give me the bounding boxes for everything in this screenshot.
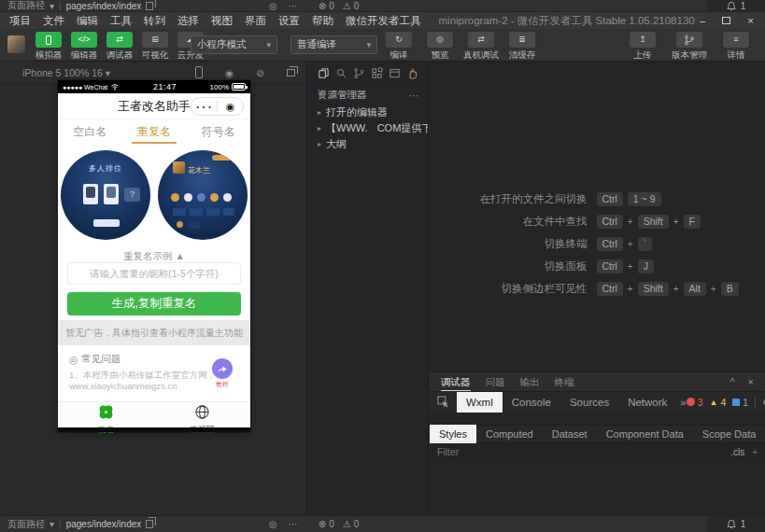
warning-count[interactable]: ⚠0	[343, 1, 360, 11]
tab-symbol-name[interactable]: 符号名	[186, 119, 250, 144]
compile-dropdown[interactable]: 普通编译 ▾	[290, 35, 377, 54]
tab-styles[interactable]: Styles	[430, 425, 476, 443]
clover-icon	[98, 404, 114, 420]
tabbar-rename[interactable]: 改名	[58, 402, 154, 427]
inspect-element-icon[interactable]	[437, 396, 449, 408]
rotate-device-icon[interactable]	[195, 66, 203, 78]
extensions-icon[interactable]	[371, 67, 383, 79]
details-button[interactable]: ≡ 详情	[718, 32, 754, 62]
notification-bell[interactable]: 1	[707, 0, 765, 11]
explorer-item-project[interactable]: ▸ 【WWW.COM提供下...	[308, 120, 428, 136]
warning-count[interactable]: ⚠0	[343, 519, 360, 529]
copy-path-icon[interactable]	[146, 2, 153, 10]
maximize-button[interactable]	[722, 17, 730, 24]
files-icon[interactable]	[318, 67, 330, 79]
share-arrow-icon	[217, 364, 228, 374]
ellipsis-icon[interactable]: ⋯	[289, 519, 298, 529]
detach-window-icon[interactable]	[287, 69, 295, 77]
menu-goto[interactable]: 转到	[144, 14, 165, 28]
page-path-label[interactable]: 页面路径	[7, 0, 45, 12]
record-icon[interactable]: ◉	[225, 67, 234, 78]
nickname-input[interactable]	[67, 262, 241, 285]
mute-icon[interactable]: ⊘	[256, 67, 264, 78]
error-count[interactable]: ⊗0	[319, 1, 334, 11]
upload-button[interactable]: ↥ 上传	[625, 32, 660, 62]
git-branch-icon[interactable]	[353, 67, 365, 79]
close-button[interactable]: ×	[747, 15, 754, 26]
page-path-label[interactable]: 页面路径	[7, 518, 45, 531]
add-style-icon[interactable]: +	[752, 447, 758, 457]
compile-button[interactable]: ↻ 编译	[381, 32, 417, 62]
console-info-badge[interactable]: 1	[732, 397, 748, 408]
menu-interface[interactable]: 界面	[245, 14, 266, 28]
share-fab[interactable]: 教程	[202, 358, 243, 389]
devtools-tab-sources[interactable]: Sources	[560, 392, 618, 413]
page-path-value[interactable]: pages/index/index	[66, 519, 142, 529]
devtools-tab-console[interactable]: Console	[503, 392, 560, 413]
globe-icon	[194, 404, 210, 420]
ellipsis-icon[interactable]: ⋯	[289, 1, 298, 11]
tab-computed[interactable]: Computed	[476, 425, 543, 443]
more-actions-icon[interactable]: ⋯	[409, 90, 419, 101]
panel-expand-icon[interactable]: ^	[730, 376, 734, 387]
cls-toggle[interactable]: .cls	[730, 447, 744, 457]
tab-blank-name[interactable]: 空白名	[58, 119, 122, 144]
hand-icon[interactable]	[406, 67, 418, 79]
tab-dataset[interactable]: Dataset	[543, 425, 597, 443]
tool-visualize[interactable]: ⊞ 可视化	[137, 32, 173, 62]
tool-debugger[interactable]: ⇄ 调试器	[102, 32, 137, 62]
menu-edit[interactable]: 编辑	[77, 14, 98, 28]
console-warning-badge[interactable]: ▲4	[710, 397, 727, 408]
menu-project[interactable]: 项目	[9, 14, 31, 28]
menu-select[interactable]: 选择	[177, 14, 199, 28]
tab-scope-data[interactable]: Scope Data	[693, 425, 765, 443]
copy-path-icon[interactable]	[146, 520, 153, 528]
more-button[interactable]: • • •	[191, 104, 217, 110]
eye-icon[interactable]: ◎	[269, 1, 277, 11]
menu-help[interactable]: 帮助	[312, 14, 333, 28]
generate-copy-button[interactable]: 生成,复制重复名	[67, 292, 241, 315]
remote-debug-button[interactable]: ⇄ 真机调试	[463, 32, 499, 62]
tool-simulator[interactable]: 模拟器	[31, 32, 66, 62]
explorer-item-outline[interactable]: ▸ 大纲	[308, 136, 428, 152]
search-icon[interactable]	[335, 67, 347, 79]
tabbar-change-zone[interactable]: 改战区	[154, 402, 250, 427]
menu-view[interactable]: 视图	[211, 14, 233, 28]
console-error-badge[interactable]: 3	[687, 397, 703, 408]
devtools-toolbar: Wxml Console Sources Network » 3 ▲4 1 ⚙ …	[430, 391, 765, 412]
device-selector[interactable]: iPhone 5 100% 16 ▾	[22, 67, 110, 78]
notification-bell[interactable]: 1	[707, 516, 765, 532]
eye-icon[interactable]: ◎	[269, 519, 277, 529]
style-filter-input[interactable]	[437, 446, 643, 457]
tab-debugger[interactable]: 调试器	[441, 372, 471, 391]
panel-close-icon[interactable]: ×	[748, 376, 754, 387]
exit-miniprogram-button[interactable]: ◉	[218, 101, 243, 113]
tab-output[interactable]: 输出	[520, 372, 540, 391]
tool-editor[interactable]: </> 编辑器	[66, 32, 102, 62]
menu-file[interactable]: 文件	[43, 14, 64, 28]
explorer-item-open-editors[interactable]: ▸ 打开的编辑器	[308, 105, 428, 120]
tab-problems[interactable]: 问题	[486, 372, 505, 391]
tab-terminal[interactable]: 终端	[555, 372, 574, 391]
key-chip: Ctrl	[597, 215, 623, 229]
menu-wechat-devtools[interactable]: 微信开发者工具	[346, 14, 421, 28]
menu-tools[interactable]: 工具	[110, 14, 132, 28]
faq-card: ◎ 常见问题 1、本程序由小易传媒工作室官方网， www.xiaoyichuan…	[58, 345, 250, 401]
user-avatar[interactable]	[7, 35, 25, 53]
tree-arrow-icon: ▸	[318, 108, 321, 117]
sample-caption[interactable]: 重复名示例 ▲	[58, 250, 250, 263]
tab-duplicate-name[interactable]: 重复名	[122, 119, 187, 144]
preview-button[interactable]: ◎ 预览	[422, 32, 458, 62]
menu-settings[interactable]: 设置	[278, 14, 300, 28]
devtools-tab-network[interactable]: Network	[618, 392, 676, 413]
error-count[interactable]: ⊗0	[319, 519, 334, 529]
preview-panel-icon[interactable]	[389, 67, 401, 79]
swap-icon: ⇄	[106, 32, 133, 48]
mode-dropdown[interactable]: 小程序模式 ▾	[191, 35, 277, 54]
version-control-button[interactable]: 版本管理	[668, 32, 711, 62]
clear-cache-button[interactable]: ≣ 清缓存	[504, 32, 540, 62]
devtools-tab-wxml[interactable]: Wxml	[457, 392, 503, 413]
minimize-button[interactable]: –	[700, 15, 705, 26]
tab-component-data[interactable]: Component Data	[597, 425, 693, 443]
page-path-value[interactable]: pages/index/index	[66, 1, 142, 11]
